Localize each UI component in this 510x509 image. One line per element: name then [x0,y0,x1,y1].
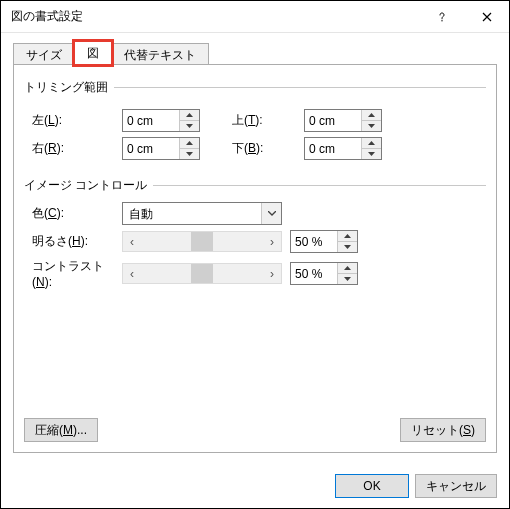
image-control-heading: イメージ コントロール [24,177,147,194]
brightness-slider[interactable]: ‹ › [122,231,282,252]
titlebar: 図の書式設定 [1,1,509,33]
trim-top-label: 上(T): [232,112,304,129]
reset-button[interactable]: リセット(S) [400,418,486,442]
spin-down-icon[interactable] [338,274,357,284]
chevron-right-icon[interactable]: › [263,267,281,281]
tab-size[interactable]: サイズ [13,43,75,65]
color-label: 色(C): [32,205,122,222]
chevron-left-icon[interactable]: ‹ [123,235,141,249]
dialog-content: サイズ 図 代替テキスト トリミング範囲 左(L): [1,33,509,453]
window-title: 図の書式設定 [11,8,419,25]
cancel-button[interactable]: キャンセル [415,474,497,498]
trim-bottom-field[interactable] [305,138,361,159]
trim-left-label: 左(L): [32,112,122,129]
chevron-down-icon[interactable] [261,203,281,224]
spin-down-icon[interactable] [180,121,199,131]
spin-up-icon[interactable] [362,138,381,149]
spin-down-icon[interactable] [362,121,381,131]
spin-up-icon[interactable] [180,138,199,149]
trim-right-input[interactable] [122,137,200,160]
help-button[interactable] [419,2,464,32]
trim-left-input[interactable] [122,109,200,132]
image-control-group-label: イメージ コントロール [24,177,486,194]
contrast-input[interactable] [290,262,358,285]
tab-picture[interactable]: 図 [74,41,112,65]
compress-button[interactable]: 圧縮(M)... [24,418,98,442]
chevron-right-icon[interactable]: › [263,235,281,249]
color-combo-value: 自動 [123,203,261,224]
brightness-field[interactable] [291,231,337,252]
spin-down-icon[interactable] [362,149,381,159]
brightness-input[interactable] [290,230,358,253]
chevron-left-icon[interactable]: ‹ [123,267,141,281]
tab-alt-text[interactable]: 代替テキスト [111,43,209,65]
trim-bottom-input[interactable] [304,137,382,160]
trim-right-field[interactable] [123,138,179,159]
dialog-buttons: OK キャンセル [335,474,497,498]
brightness-label: 明るさ(H): [32,233,122,250]
color-combo[interactable]: 自動 [122,202,282,225]
spin-up-icon[interactable] [362,110,381,121]
trimming-heading: トリミング範囲 [24,79,108,96]
trim-right-label: 右(R): [32,140,122,157]
close-button[interactable] [464,2,509,32]
spin-down-icon[interactable] [338,242,357,252]
ok-button[interactable]: OK [335,474,409,498]
trim-top-field[interactable] [305,110,361,131]
tab-strip: サイズ 図 代替テキスト [13,41,497,65]
contrast-field[interactable] [291,263,337,284]
trimming-group-label: トリミング範囲 [24,79,486,96]
slider-thumb[interactable] [191,232,213,251]
format-picture-dialog: 図の書式設定 サイズ 図 代替テキスト トリミング範囲 左(L): [0,0,510,509]
contrast-label: コントラスト(N): [32,258,122,289]
spin-up-icon[interactable] [338,231,357,242]
trim-top-input[interactable] [304,109,382,132]
spin-up-icon[interactable] [338,263,357,274]
trim-left-field[interactable] [123,110,179,131]
slider-thumb[interactable] [191,264,213,283]
tab-panel-picture: トリミング範囲 左(L): 右(R): [13,65,497,453]
contrast-slider[interactable]: ‹ › [122,263,282,284]
spin-down-icon[interactable] [180,149,199,159]
spin-up-icon[interactable] [180,110,199,121]
trim-bottom-label: 下(B): [232,140,304,157]
